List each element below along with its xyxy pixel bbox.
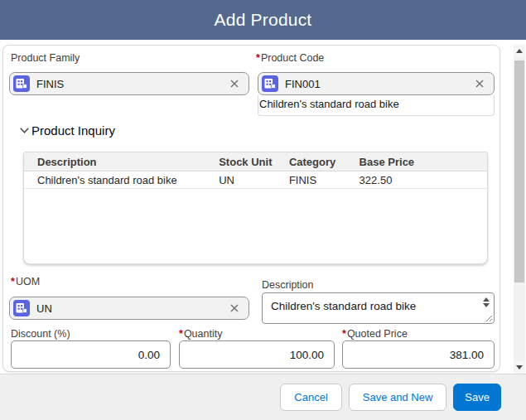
cancel-button[interactable]: Cancel — [280, 384, 341, 411]
description-label: Description — [262, 278, 314, 292]
product-code-label: *Product Code — [256, 51, 324, 65]
column-header-category: Category — [282, 156, 353, 168]
clear-icon[interactable] — [229, 78, 240, 89]
required-asterisk: * — [342, 328, 346, 340]
textarea-scroll-arrows[interactable] — [482, 296, 490, 309]
required-asterisk: * — [256, 52, 260, 64]
cell-category: FINIS — [282, 174, 353, 186]
modal-title: Add Product — [215, 10, 312, 30]
cell-base-price: 322.50 — [353, 174, 487, 186]
scrollbar-up-button[interactable] — [514, 45, 525, 57]
quantity-input[interactable] — [179, 340, 335, 369]
section-title: Product Inquiry — [31, 123, 115, 138]
product-family-value: FINIS — [36, 78, 64, 90]
scroll-up-icon — [516, 49, 523, 53]
scroll-down-icon[interactable] — [483, 303, 490, 307]
table-row[interactable]: Children's standard road bike UN FINIS 3… — [24, 171, 487, 189]
product-inquiry-table: Description Stock Unit Category Base Pri… — [23, 152, 488, 264]
product-icon — [13, 75, 30, 92]
discount-input[interactable] — [11, 340, 171, 369]
column-header-base-price: Base Price — [353, 156, 487, 168]
product-family-label: Product Family — [11, 51, 80, 65]
cell-description: Children's standard road bike — [24, 174, 212, 186]
chevron-down-icon — [18, 124, 31, 137]
vertical-scrollbar[interactable] — [514, 45, 525, 374]
add-product-modal: Add Product Product Family *Product Code… — [0, 0, 526, 420]
section-product-inquiry[interactable]: Product Inquiry — [18, 123, 115, 138]
form-panel: Product Family *Product Code FINIS — [2, 45, 500, 372]
column-header-stock-unit: Stock Unit — [212, 156, 282, 168]
save-button[interactable]: Save — [453, 384, 501, 411]
cell-stock-unit: UN — [212, 174, 282, 186]
required-asterisk: * — [11, 276, 15, 287]
product-code-detail: Children's standard road bike — [258, 95, 495, 116]
description-value: Children's standard road bike — [271, 300, 416, 312]
quoted-price-input[interactable] — [342, 340, 495, 369]
product-code-lookup[interactable]: FIN001 — [258, 72, 495, 95]
discount-label: Discount (%) — [11, 327, 70, 340]
save-and-new-button[interactable]: Save and New — [349, 384, 447, 411]
resize-grip-icon[interactable] — [485, 314, 493, 322]
uom-label: *UOM — [11, 275, 40, 288]
column-header-description: Description — [24, 156, 212, 168]
description-textarea[interactable]: Children's standard road bike — [262, 292, 495, 324]
quoted-price-label: *Quoted Price — [342, 327, 408, 340]
required-asterisk: * — [179, 328, 183, 340]
quantity-label: *Quantity — [179, 327, 222, 340]
scrollbar-thumb[interactable] — [514, 60, 524, 282]
scrollbar-down-button[interactable] — [514, 361, 525, 374]
table-header-row: Description Stock Unit Category Base Pri… — [24, 152, 487, 171]
uom-value: UN — [36, 302, 52, 315]
scroll-up-icon[interactable] — [483, 297, 490, 302]
product-icon — [262, 75, 278, 92]
modal-footer: Cancel Save and New Save — [0, 374, 526, 420]
product-icon — [13, 300, 30, 316]
modal-header: Add Product — [0, 0, 526, 40]
scroll-down-icon — [516, 365, 523, 369]
product-family-lookup[interactable]: FINIS — [9, 72, 249, 95]
uom-lookup[interactable]: UN — [9, 297, 249, 320]
product-code-value: FIN001 — [285, 78, 321, 90]
clear-icon[interactable] — [229, 302, 240, 314]
clear-icon[interactable] — [474, 78, 485, 89]
